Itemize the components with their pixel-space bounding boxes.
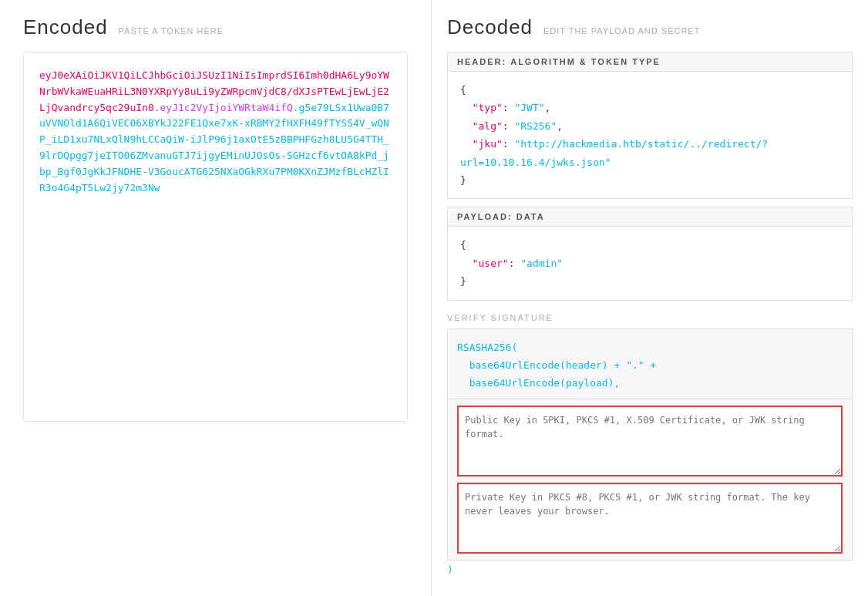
- colon2: :: [503, 120, 515, 132]
- verify-inputs-container: [447, 399, 853, 561]
- decoded-header: Decoded EDIT THE PAYLOAD AND SECRET: [447, 15, 853, 39]
- decoded-title: Decoded: [447, 15, 533, 39]
- encoded-subtitle: PASTE A TOKEN HERE: [119, 26, 224, 35]
- verify-fn-arg2: base64UrlEncode(payload),: [469, 377, 621, 389]
- verify-code-block: RSASHA256( base64UrlEncode(header) + "."…: [447, 328, 853, 399]
- payload-sublabel-text: DATA: [516, 212, 545, 221]
- header-jku-key: "jku": [473, 138, 503, 150]
- comma2: ,: [557, 120, 563, 132]
- verify-fn-arg1: base64UrlEncode(header) + "." +: [469, 359, 657, 371]
- public-key-textarea[interactable]: [457, 406, 843, 476]
- verify-fn-name: RSASHA256(: [457, 342, 517, 353]
- decoded-subtitle: EDIT THE PAYLOAD AND SECRET: [543, 26, 700, 35]
- token-signature-part: g5e79LSx1Uwa0B7uVVNOld1A6QiVEC06XBYkJ22F…: [39, 102, 389, 194]
- header-section-label: HEADER: ALGORITHM & TOKEN TYPE: [447, 52, 853, 71]
- payload-user-value: "admin": [520, 258, 563, 269]
- header-typ-value: "JWT": [514, 102, 544, 113]
- header-label-text: HEADER:: [457, 57, 506, 66]
- header-typ-key: "typ": [473, 102, 503, 113]
- header-close-brace: }: [460, 174, 466, 186]
- token-dot-1: .: [154, 102, 160, 113]
- colon1: :: [503, 102, 515, 113]
- comma1: ,: [545, 102, 551, 113]
- verify-section-label: VERIFY SIGNATURE: [447, 308, 853, 328]
- header-sublabel-text: ALGORITHM & TOKEN TYPE: [510, 57, 661, 66]
- header-json-content: { "typ": "JWT", "alg": "RS256", "jku": "…: [447, 71, 853, 199]
- decoded-panel: Decoded EDIT THE PAYLOAD AND SECRET HEAD…: [432, 0, 868, 596]
- encoded-title: Encoded: [23, 15, 108, 39]
- verify-close-paren: ): [447, 561, 853, 575]
- payload-colon: :: [509, 258, 521, 269]
- payload-close-brace: }: [460, 275, 466, 287]
- payload-section-label: PAYLOAD: DATA: [447, 207, 853, 226]
- verify-section: VERIFY SIGNATURE RSASHA256( base64UrlEnc…: [447, 308, 853, 575]
- header-alg-key: "alg": [473, 120, 503, 132]
- encoded-panel: Encoded PASTE A TOKEN HERE eyJ0eXAiOiJKV…: [0, 0, 432, 596]
- payload-open-brace: {: [460, 239, 466, 251]
- colon3: :: [503, 138, 515, 150]
- encoded-token-box[interactable]: eyJ0eXAiOiJKV1QiLCJhbGciOiJSUzI1NiIsImpr…: [23, 52, 408, 422]
- encoded-header: Encoded PASTE A TOKEN HERE: [23, 15, 408, 39]
- payload-user-key: "user": [473, 258, 509, 269]
- payload-json-content: { "user": "admin" }: [447, 226, 853, 300]
- token-payload-part: eyJ1c2VyIjoiYWRtaW4ifQ: [160, 102, 293, 113]
- private-key-textarea[interactable]: [457, 483, 843, 554]
- header-open-brace: {: [460, 84, 466, 96]
- header-alg-value: "RS256": [514, 120, 557, 132]
- token-dot-2: .: [293, 102, 299, 113]
- payload-label-text: PAYLOAD:: [457, 212, 513, 221]
